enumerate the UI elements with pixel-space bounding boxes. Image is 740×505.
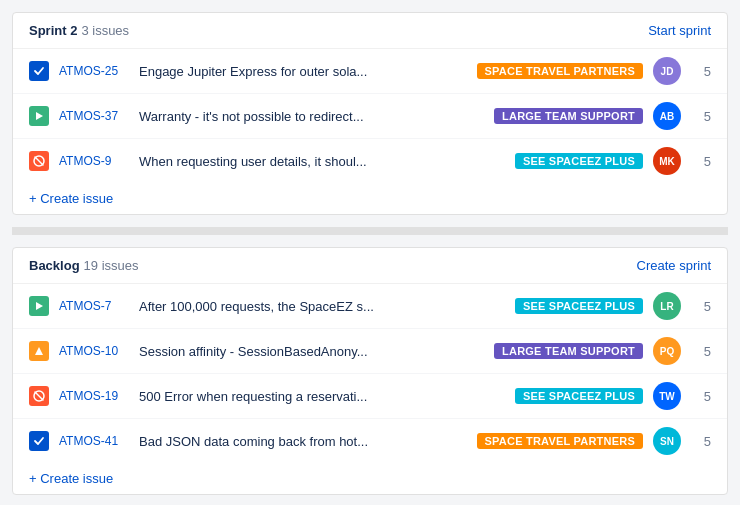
svg-marker-0 — [36, 112, 43, 120]
story-points: 5 — [691, 109, 711, 124]
backlog-header: Backlog 19 issues Create sprint — [13, 248, 727, 284]
issue-type-icon — [29, 386, 49, 406]
separator — [12, 227, 728, 235]
table-row: ATMOS-10 Session affinity - SessionBased… — [13, 329, 727, 374]
backlog-title: Backlog — [29, 258, 80, 273]
backlog-create-issue[interactable]: + Create issue — [13, 463, 727, 494]
issue-type-icon — [29, 61, 49, 81]
sprint-title: Sprint 2 — [29, 23, 77, 38]
story-points: 5 — [691, 64, 711, 79]
avatar: MK — [653, 147, 681, 175]
issue-id[interactable]: ATMOS-19 — [59, 389, 129, 403]
table-row: ATMOS-41 Bad JSON data coming back from … — [13, 419, 727, 463]
issue-summary: Engage Jupiter Express for outer sola... — [139, 64, 467, 79]
issue-id[interactable]: ATMOS-41 — [59, 434, 129, 448]
issue-id[interactable]: ATMOS-37 — [59, 109, 129, 123]
sprint-issues-list: ATMOS-25 Engage Jupiter Express for oute… — [13, 49, 727, 183]
issue-summary: 500 Error when requesting a reservati... — [139, 389, 505, 404]
table-row: ATMOS-37 Warranty - it's not possible to… — [13, 94, 727, 139]
issue-summary: Bad JSON data coming back from hot... — [139, 434, 467, 449]
svg-line-6 — [35, 392, 43, 400]
table-row: ATMOS-7 After 100,000 requests, the Spac… — [13, 284, 727, 329]
table-row: ATMOS-9 When requesting user details, it… — [13, 139, 727, 183]
issue-id[interactable]: ATMOS-9 — [59, 154, 129, 168]
issue-type-icon — [29, 151, 49, 171]
issue-tag[interactable]: SPACE TRAVEL PARTNERS — [477, 63, 644, 79]
svg-marker-4 — [35, 347, 43, 355]
issue-tag[interactable]: SEE SPACEEZ PLUS — [515, 153, 643, 169]
story-points: 5 — [691, 154, 711, 169]
sprint-section: Sprint 2 3 issues Start sprint ATMOS-25 … — [12, 12, 728, 215]
backlog-issue-count: 19 issues — [84, 258, 139, 273]
avatar: LR — [653, 292, 681, 320]
backlog-section: Backlog 19 issues Create sprint ATMOS-7 … — [12, 247, 728, 495]
story-points: 5 — [691, 299, 711, 314]
backlog-issues-list: ATMOS-7 After 100,000 requests, the Spac… — [13, 284, 727, 463]
issue-tag[interactable]: SPACE TRAVEL PARTNERS — [477, 433, 644, 449]
avatar: AB — [653, 102, 681, 130]
issue-tag[interactable]: LARGE TEAM SUPPORT — [494, 343, 643, 359]
sprint-issue-count: 3 issues — [81, 23, 129, 38]
svg-marker-3 — [36, 302, 43, 310]
avatar: TW — [653, 382, 681, 410]
issue-id[interactable]: ATMOS-7 — [59, 299, 129, 313]
issue-id[interactable]: ATMOS-25 — [59, 64, 129, 78]
issue-type-icon — [29, 341, 49, 361]
issue-tag[interactable]: SEE SPACEEZ PLUS — [515, 298, 643, 314]
issue-summary: After 100,000 requests, the SpaceEZ s... — [139, 299, 505, 314]
issue-type-icon — [29, 106, 49, 126]
sprint-create-issue[interactable]: + Create issue — [13, 183, 727, 214]
issue-tag[interactable]: SEE SPACEEZ PLUS — [515, 388, 643, 404]
story-points: 5 — [691, 434, 711, 449]
svg-line-2 — [35, 157, 43, 165]
sprint-title-group: Sprint 2 3 issues — [29, 23, 129, 38]
create-sprint-button[interactable]: Create sprint — [637, 258, 711, 273]
issue-summary: When requesting user details, it shoul..… — [139, 154, 505, 169]
issue-id[interactable]: ATMOS-10 — [59, 344, 129, 358]
avatar: JD — [653, 57, 681, 85]
backlog-title-group: Backlog 19 issues — [29, 258, 139, 273]
story-points: 5 — [691, 344, 711, 359]
avatar: SN — [653, 427, 681, 455]
table-row: ATMOS-25 Engage Jupiter Express for oute… — [13, 49, 727, 94]
table-row: ATMOS-19 500 Error when requesting a res… — [13, 374, 727, 419]
issue-type-icon — [29, 431, 49, 451]
issue-summary: Warranty - it's not possible to redirect… — [139, 109, 484, 124]
start-sprint-button[interactable]: Start sprint — [648, 23, 711, 38]
issue-type-icon — [29, 296, 49, 316]
issue-summary: Session affinity - SessionBasedAnony... — [139, 344, 484, 359]
sprint-header: Sprint 2 3 issues Start sprint — [13, 13, 727, 49]
avatar: PQ — [653, 337, 681, 365]
story-points: 5 — [691, 389, 711, 404]
issue-tag[interactable]: LARGE TEAM SUPPORT — [494, 108, 643, 124]
